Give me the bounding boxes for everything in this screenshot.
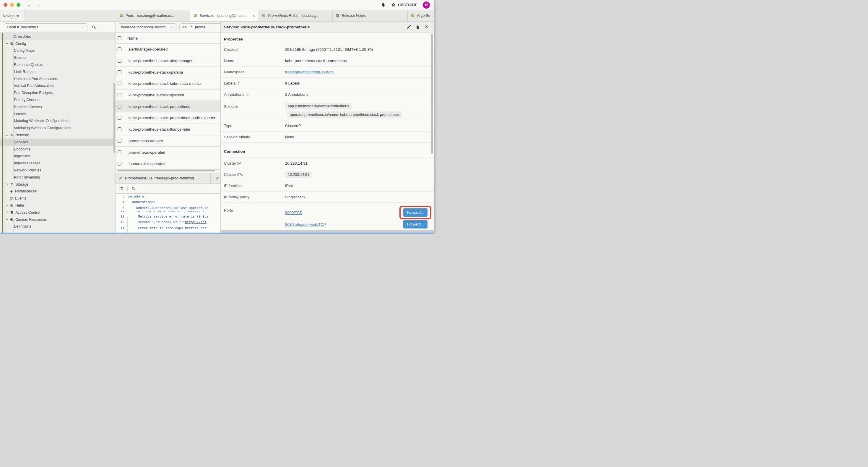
port-link-9090-tcp[interactable]: 9090/TCP [285, 210, 303, 215]
regex-toggle[interactable]: .* [189, 25, 192, 29]
sidebar-item-namespaces[interactable]: ◈Namespaces [0, 188, 115, 195]
table-row-kube-prometheus-stack-prometheus[interactable]: kube-prometheus-stack-prometheus [116, 101, 220, 112]
sidebar-item-endpoints[interactable]: Endpoints [0, 146, 115, 153]
selector-chip: app.kubernetes.io/name=prometheus [285, 103, 351, 109]
sidebar-item-port-forwarding[interactable]: Port Forwarding [0, 174, 115, 181]
sidebar-item-horizontal-pod-autoscalers[interactable]: Horizontal Pod Autoscalers [0, 76, 115, 83]
row-checkbox[interactable] [118, 93, 121, 97]
detail-row-cluster-ips: Cluster IPs10.233.14.91 [221, 169, 434, 180]
name-column-header[interactable]: Name [127, 36, 138, 40]
row-checkbox[interactable] [118, 139, 121, 143]
sidebar-item-runtime-classes[interactable]: Runtime Classes [0, 104, 115, 111]
close-panel-icon[interactable]: ✕ [425, 24, 429, 30]
detail-scrollbar-thumb[interactable] [431, 34, 433, 154]
sidebar-item-pod-disruption-budgets[interactable]: Pod Disruption Budgets [0, 89, 115, 96]
forward-button[interactable]: Forward... [403, 220, 428, 229]
minimize-window-button[interactable] [10, 3, 14, 7]
table-row-kube-prometheus-stack-operator[interactable]: kube-prometheus-stack-operator [116, 90, 220, 101]
select-all-checkbox[interactable] [118, 36, 121, 40]
line-text: Metrics service error rate is {{ $va [128, 214, 208, 218]
sidebar-item-validating-webhook-configurations[interactable]: Validating Webhook Configurations [0, 124, 115, 132]
table-row-prometheus-adapter[interactable]: prometheus-adapter [116, 135, 220, 147]
sidebar-item-label: Access Control [16, 210, 40, 214]
runbook-url-link[interactable]: https://net [185, 220, 207, 224]
table-row-kube-prometheus-stack-prometheus-node-exporter[interactable]: kube-prometheus-stack-prometheus-node-ex… [116, 112, 220, 124]
sidebar-item-storage[interactable]: Storage [0, 181, 115, 188]
detail-row-created: Created253d 16h 6m ago (2025年1月13日 GMT+8… [221, 44, 434, 55]
tab-prometheus-rules-icecheng[interactable]: Prometheus Rules - icecheng... [259, 10, 333, 21]
row-checkbox[interactable] [118, 105, 121, 109]
table-row-thanos-ruler-operated[interactable]: thanos-ruler-operated [116, 158, 220, 170]
horizontal-scrollbar-thumb[interactable] [117, 170, 215, 171]
sidebar-item-limit-ranges[interactable]: Limit Ranges [0, 68, 115, 76]
sidebar-item-network-policies[interactable]: Network Policies [0, 167, 115, 174]
zoom-window-button[interactable] [17, 3, 20, 7]
sidebar-item-network[interactable]: ⇅Network [0, 132, 115, 139]
sidebar-item-helm[interactable]: Helm [0, 202, 115, 209]
table-row-alertmanager-operated[interactable]: alertmanager-operated [116, 44, 220, 55]
sidebar-item-custom-resources[interactable]: Custom Resources [0, 216, 115, 223]
sidebar-item-config[interactable]: ⚙Config [0, 40, 115, 47]
sidebar-item-events[interactable]: Events [0, 195, 115, 202]
sidebar-item-resource-quotas[interactable]: Resource Quotas [0, 61, 115, 68]
yaml-editor[interactable]: 3metadata:4annotations:5kubectl.kubernet… [116, 194, 220, 233]
editor-search-icon[interactable] [131, 186, 135, 191]
table-row-kube-prometheus-stack-grafana[interactable]: kube-prometheus-stack-grafana [116, 66, 220, 78]
port-link-8080-reloader-web-tcp[interactable]: 8080:reloader-web/TCP [285, 222, 326, 227]
list-search-input[interactable]: Aa .* prome [179, 23, 220, 31]
row-checkbox[interactable] [118, 116, 121, 120]
row-checkbox[interactable] [118, 47, 121, 51]
editor-tab-prometheusrule[interactable]: PrometheusRule: freeleaps-prod-rabbitmq [116, 173, 211, 183]
table-row-kube-prometheus-stack-kube-state-metrics[interactable]: kube-prometheus-stack-kube-state-metrics [116, 78, 220, 90]
tab-pods-icecheng-mathmas[interactable]: Pods - icecheng@mathmas... [116, 10, 190, 21]
sidebar-item-vertical-pod-autoscalers[interactable]: Vertical Pod Autoscalers [0, 83, 115, 90]
sidebar-item-access-control[interactable]: Access Control [0, 209, 115, 216]
editor-tab-partial[interactable] [211, 173, 220, 183]
detail-bottom-scrollbar-track[interactable] [221, 230, 434, 233]
delete-icon[interactable] [416, 25, 420, 29]
close-tab-icon[interactable]: × [252, 13, 255, 18]
namespace-selector[interactable]: freeleaps-monitoring-system [118, 23, 176, 31]
nav-back-icon[interactable]: ← [27, 2, 32, 8]
detail-value: IPv4 [285, 183, 434, 188]
sidebar-item-services[interactable]: Services [0, 139, 115, 146]
sidebar-item-ingresses[interactable]: Ingresses [0, 153, 115, 160]
row-checkbox[interactable] [118, 150, 121, 154]
nav-forward-icon[interactable]: → [36, 2, 41, 8]
row-checkbox[interactable] [118, 70, 121, 74]
navigator-panel-tab[interactable]: Navigator [0, 10, 25, 21]
upgrade-button[interactable]: UPGRADE [391, 2, 417, 7]
sidebar-item-mutating-webhook-configurations[interactable]: Mutating Webhook Configurations [0, 118, 115, 125]
tab-argo-se[interactable]: Argo Se [408, 10, 434, 21]
close-window-button[interactable] [4, 3, 7, 7]
sort-ascending-icon[interactable] [140, 37, 143, 39]
sidebar-item-config-maps[interactable]: Config Maps [0, 47, 115, 54]
sidebar-item-secrets[interactable]: Secrets [0, 54, 115, 61]
edit-icon[interactable] [406, 25, 411, 29]
sidebar-item-definitions[interactable]: Definitions [0, 223, 115, 230]
sidebar-scrollbar-thumb[interactable] [114, 83, 115, 153]
document-icon [336, 13, 339, 18]
tab-services-icecheng-math[interactable]: Services - icecheng@math...× [190, 10, 259, 21]
row-checkbox[interactable] [118, 82, 121, 85]
match-case-toggle[interactable]: Aa [182, 25, 187, 29]
sidebar-item-ingress-classes[interactable]: Ingress Classes [0, 159, 115, 167]
bell-icon[interactable] [381, 3, 385, 7]
notification-badge[interactable]: 15 [423, 1, 430, 8]
kubeconfig-selector[interactable]: Local Kubeconfigs [4, 23, 88, 31]
row-checkbox[interactable] [118, 59, 121, 63]
forward-button[interactable]: Forward... [403, 208, 428, 217]
row-checkbox[interactable] [118, 162, 121, 166]
namespace-link[interactable]: freeleaps-monitoring-system [285, 70, 334, 74]
table-row-kube-prometheus-stack-thanos-ruler[interactable]: kube-prometheus-stack-thanos-ruler [116, 124, 220, 135]
sidebar-item-priority-classes[interactable]: Priority Classes [0, 96, 115, 104]
sidebar-item-cron-jobs[interactable]: Cron Jobs [0, 33, 115, 40]
sidebar-item-leases[interactable]: Leases [0, 111, 115, 118]
sidebar-item-label: Limit Ranges [14, 70, 35, 74]
tab-release-notes[interactable]: Release Notes [333, 10, 408, 21]
row-checkbox[interactable] [118, 127, 121, 131]
table-row-prometheus-operated[interactable]: prometheus-operated [116, 147, 220, 158]
sidebar-search-icon[interactable] [92, 25, 96, 30]
table-row-kube-prometheus-stack-alertmanager[interactable]: kube-prometheus-stack-alertmanager [116, 55, 220, 67]
save-icon[interactable] [119, 186, 123, 191]
